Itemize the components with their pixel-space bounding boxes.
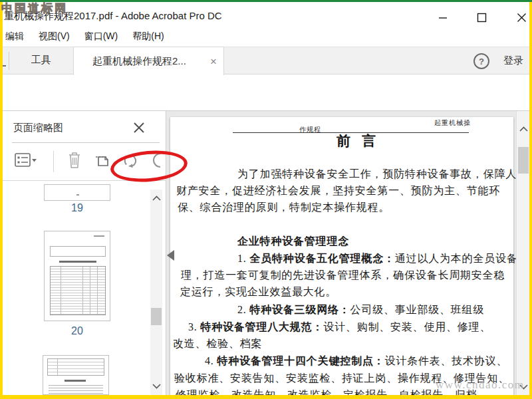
menu-item-help[interactable]: 帮助(H) — [132, 31, 164, 43]
tab-tools[interactable]: 工具 — [9, 47, 72, 74]
page-21-thumbnail[interactable] — [43, 355, 109, 395]
doc-line: 保、综合治理的原则，特制定本操作规程。 — [178, 201, 390, 215]
thumbnail-text-line — [49, 390, 103, 391]
close-icon — [517, 13, 527, 23]
delete-pages-button[interactable] — [67, 151, 82, 172]
main-toolbar: / 31 — [0, 74, 532, 111]
chevron-up-icon — [152, 196, 161, 201]
minimize-icon — [438, 13, 448, 22]
chevron-down-icon — [152, 384, 161, 389]
doc-line: 4. 特种设备管理十四个关键控制点：设计条件表、技术协议、 — [205, 354, 507, 368]
thumbnail-text-line — [49, 388, 103, 388]
tab-close-icon[interactable]: × — [210, 56, 217, 67]
menu-item-edit[interactable]: 编辑 — [5, 31, 24, 43]
scrollbar-thumb[interactable] — [518, 147, 529, 174]
trash-icon — [67, 151, 82, 170]
previous-page-arrow[interactable] — [167, 250, 174, 261]
acrobat-window: 重机械操作规程2017.pdf - Adobe Acrobat Pro DC 编… — [0, 0, 532, 399]
thumbnail-table — [47, 358, 104, 376]
page-20-thumbnail[interactable] — [44, 231, 110, 321]
pdf-page: 作规程 起重机械操 前 言 为了加强特种设备安全工作，预防特种设备事故，保障人身… — [170, 117, 513, 395]
tab-document[interactable]: 起重机械操作规程2... × — [73, 47, 224, 75]
doc-line: 1. 全员特种设备五化管理概念：通过以人为本的全员设备管 — [237, 252, 516, 266]
panel-title: 页面缩略图 — [13, 122, 63, 134]
maximize-button[interactable] — [471, 9, 492, 26]
help-icon[interactable]: ? — [473, 53, 489, 69]
tab-document-label: 起重机械操作规程2... — [92, 55, 206, 68]
close-icon — [133, 122, 145, 134]
title-bar: 重机械操作规程2017.pdf - Adobe Acrobat Pro DC — [0, 2, 532, 27]
page-header-right: 起重机械操 — [434, 118, 471, 128]
document-heading: 前 言 — [336, 132, 380, 150]
capture-border-bottom — [0, 395, 532, 399]
minimize-button[interactable] — [432, 9, 454, 26]
doc-line: 理，打造一套可复制的先进设备管理体系，确保设备长周期安全稳 — [181, 269, 505, 283]
scroll-down-button[interactable] — [150, 380, 162, 392]
scrollbar-thumb[interactable] — [151, 308, 162, 325]
thumbnail-footer-mark — [76, 194, 79, 196]
menu-bar: 编辑 视图(V) 窗口(W) 帮助(H) — [0, 27, 532, 47]
doc-line: 2. 特种设备三级网络：公司级、事业部级、班组级 — [237, 303, 484, 317]
thumbnail-table-title — [59, 261, 96, 263]
doc-line: 为了加强特种设备安全工作，预防特种设备事故，保障人身和 — [237, 168, 516, 182]
doc-line: 修理监检、改造告知、改造监检、定检报告、自检报告、归档 — [176, 388, 477, 395]
scroll-up-button[interactable] — [517, 123, 529, 135]
menu-item-window[interactable]: 窗口(W) — [84, 31, 118, 43]
thumbnail-header-mark — [94, 235, 104, 237]
panel-toolbar-separator — [53, 151, 54, 172]
thumbnail-text-line — [49, 393, 103, 394]
page-19-label[interactable]: 19 — [44, 202, 110, 214]
doc-line: 3. 特种设备管理八大规范：设计、购制、安装、使用、修理、 — [188, 321, 491, 334]
divider — [12, 142, 160, 143]
document-view[interactable]: 作规程 起重机械操 前 言 为了加强特种设备安全工作，预防特种设备事故，保障人身… — [166, 111, 516, 395]
site-logo-watermark: 中国道标网 — [1, 1, 68, 16]
site-watermark: www.cndao.com — [436, 378, 525, 392]
capture-border-top — [0, 0, 532, 2]
capture-border-right — [529, 0, 532, 399]
page-19-thumbnail[interactable] — [44, 184, 110, 201]
doc-line: 企业特种设备管理理念 — [237, 235, 349, 249]
thumbnail-section-title — [65, 380, 86, 382]
maximize-icon — [477, 13, 487, 23]
panel-close-button[interactable] — [133, 122, 145, 136]
list-options-icon — [15, 152, 37, 168]
doc-line: 定运行，实现企业效益最大化。 — [180, 285, 336, 299]
doc-line: 财产安全，促进经济社会发展，坚持安全第一、预防为主、节能环 — [176, 184, 500, 198]
thumbnail-options-button[interactable] — [15, 152, 37, 171]
thumbnail-table — [50, 266, 106, 315]
scroll-up-button[interactable] — [150, 192, 162, 204]
capture-border-left — [0, 0, 3, 399]
menu-item-view[interactable]: 视图(V) — [39, 31, 70, 43]
crop-pages-icon — [95, 152, 112, 169]
crop-pages-button[interactable] — [95, 152, 112, 172]
thumbnails-scrollbar[interactable] — [150, 190, 162, 395]
page-20-label[interactable]: 20 — [44, 325, 110, 337]
thumbnail-form-header — [50, 246, 106, 257]
chevron-up-icon — [519, 126, 528, 132]
document-scrollbar[interactable] — [516, 111, 529, 395]
thumbnail-text-line — [49, 385, 103, 386]
sign-in-button[interactable]: 登录 — [503, 55, 523, 67]
doc-line: 改造、检验、档案 — [173, 337, 262, 351]
